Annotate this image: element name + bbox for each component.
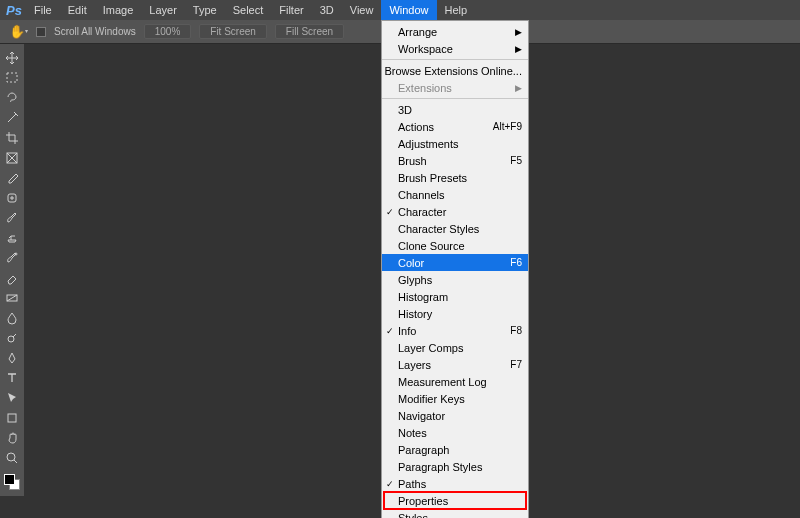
crop-tool[interactable] bbox=[0, 128, 24, 148]
menu-item-label: Character Styles bbox=[398, 223, 522, 235]
scroll-all-windows-label: Scroll All Windows bbox=[54, 26, 136, 37]
window-menu-brush[interactable]: BrushF5 bbox=[382, 152, 528, 169]
gradient-tool[interactable] bbox=[0, 288, 24, 308]
menu-item-shortcut: F6 bbox=[510, 257, 522, 268]
window-menu-layer-comps[interactable]: Layer Comps bbox=[382, 339, 528, 356]
window-menu-paragraph[interactable]: Paragraph bbox=[382, 441, 528, 458]
menu-item-label: 3D bbox=[398, 104, 522, 116]
window-menu-navigator[interactable]: Navigator bbox=[382, 407, 528, 424]
type-tool[interactable] bbox=[0, 368, 24, 388]
menu-item-label: History bbox=[398, 308, 522, 320]
foreground-color-icon[interactable] bbox=[4, 474, 15, 485]
menu-item-label: Extensions bbox=[398, 82, 512, 94]
menu-item-label: Paragraph bbox=[398, 444, 522, 456]
menu-item-label: Adjustments bbox=[398, 138, 522, 150]
menu-file[interactable]: File bbox=[26, 0, 60, 20]
window-menu-arrange[interactable]: Arrange▶ bbox=[382, 23, 528, 40]
menu-filter[interactable]: Filter bbox=[271, 0, 311, 20]
menu-3d[interactable]: 3D bbox=[312, 0, 342, 20]
menu-type[interactable]: Type bbox=[185, 0, 225, 20]
menu-item-label: Measurement Log bbox=[398, 376, 522, 388]
window-menu-browse-extensions-online-[interactable]: Browse Extensions Online... bbox=[382, 62, 528, 79]
brush-tool[interactable] bbox=[0, 208, 24, 228]
window-menu-measurement-log[interactable]: Measurement Log bbox=[382, 373, 528, 390]
menu-separator bbox=[382, 59, 528, 60]
frame-tool[interactable] bbox=[0, 148, 24, 168]
lasso-tool[interactable] bbox=[0, 88, 24, 108]
scroll-all-windows-checkbox[interactable] bbox=[36, 27, 46, 37]
menu-item-label: Paragraph Styles bbox=[398, 461, 522, 473]
window-menu-info[interactable]: ✓InfoF8 bbox=[382, 322, 528, 339]
menu-image[interactable]: Image bbox=[95, 0, 142, 20]
menu-item-shortcut: F7 bbox=[510, 359, 522, 370]
window-menu-channels[interactable]: Channels bbox=[382, 186, 528, 203]
shape-tool[interactable] bbox=[0, 408, 24, 428]
eraser-tool[interactable] bbox=[0, 268, 24, 288]
menubar: Ps FileEditImageLayerTypeSelectFilter3DV… bbox=[0, 0, 800, 20]
menu-item-label: Arrange bbox=[398, 26, 512, 38]
window-menu-history[interactable]: History bbox=[382, 305, 528, 322]
menu-item-label: Layers bbox=[398, 359, 510, 371]
menu-view[interactable]: View bbox=[342, 0, 382, 20]
healing-brush-tool[interactable] bbox=[0, 188, 24, 208]
menu-item-label: Brush Presets bbox=[398, 172, 522, 184]
window-menu-layers[interactable]: LayersF7 bbox=[382, 356, 528, 373]
menu-help[interactable]: Help bbox=[437, 0, 476, 20]
window-menu-modifier-keys[interactable]: Modifier Keys bbox=[382, 390, 528, 407]
blur-tool[interactable] bbox=[0, 308, 24, 328]
menu-item-label: Glyphs bbox=[398, 274, 522, 286]
menu-window[interactable]: Window bbox=[381, 0, 436, 20]
window-menu-clone-source[interactable]: Clone Source bbox=[382, 237, 528, 254]
zoom-tool[interactable] bbox=[0, 448, 24, 468]
window-menu-glyphs[interactable]: Glyphs bbox=[382, 271, 528, 288]
window-menu-adjustments[interactable]: Adjustments bbox=[382, 135, 528, 152]
menu-select[interactable]: Select bbox=[225, 0, 272, 20]
hand-tool[interactable] bbox=[0, 428, 24, 448]
menu-separator bbox=[382, 98, 528, 99]
zoom-level-field[interactable]: 100% bbox=[144, 24, 192, 39]
window-menu-histogram[interactable]: Histogram bbox=[382, 288, 528, 305]
submenu-arrow-icon: ▶ bbox=[512, 83, 522, 93]
window-menu-notes[interactable]: Notes bbox=[382, 424, 528, 441]
menu-layer[interactable]: Layer bbox=[141, 0, 185, 20]
path-selection-tool[interactable] bbox=[0, 388, 24, 408]
window-menu-color[interactable]: ColorF6 bbox=[382, 254, 528, 271]
history-brush-tool[interactable] bbox=[0, 248, 24, 268]
fit-screen-button[interactable]: Fit Screen bbox=[199, 24, 267, 39]
svg-point-7 bbox=[7, 453, 15, 461]
window-menu-actions[interactable]: ActionsAlt+F9 bbox=[382, 118, 528, 135]
clone-stamp-tool[interactable] bbox=[0, 228, 24, 248]
menu-item-label: Character bbox=[398, 206, 522, 218]
tool-column bbox=[0, 44, 24, 496]
fill-screen-button[interactable]: Fill Screen bbox=[275, 24, 344, 39]
hand-tool-icon: ✋▾ bbox=[8, 23, 28, 41]
check-icon: ✓ bbox=[382, 207, 398, 217]
window-menu-workspace[interactable]: Workspace▶ bbox=[382, 40, 528, 57]
menu-item-label: Brush bbox=[398, 155, 510, 167]
window-menu-properties[interactable]: Properties bbox=[382, 492, 528, 509]
menu-item-label: Workspace bbox=[398, 43, 512, 55]
window-menu-paths[interactable]: ✓Paths bbox=[382, 475, 528, 492]
window-menu-character-styles[interactable]: Character Styles bbox=[382, 220, 528, 237]
menu-item-label: Navigator bbox=[398, 410, 522, 422]
menu-item-label: Actions bbox=[398, 121, 493, 133]
window-menu-character[interactable]: ✓Character bbox=[382, 203, 528, 220]
menu-edit[interactable]: Edit bbox=[60, 0, 95, 20]
move-tool[interactable] bbox=[0, 48, 24, 68]
menu-item-label: Layer Comps bbox=[398, 342, 522, 354]
check-icon: ✓ bbox=[382, 479, 398, 489]
menu-item-label: Histogram bbox=[398, 291, 522, 303]
color-swatch[interactable] bbox=[2, 472, 22, 492]
magic-wand-tool[interactable] bbox=[0, 108, 24, 128]
dodge-tool[interactable] bbox=[0, 328, 24, 348]
eyedropper-tool[interactable] bbox=[0, 168, 24, 188]
pen-tool[interactable] bbox=[0, 348, 24, 368]
marquee-tool[interactable] bbox=[0, 68, 24, 88]
window-menu-3d[interactable]: 3D bbox=[382, 101, 528, 118]
window-menu-extensions: Extensions▶ bbox=[382, 79, 528, 96]
menu-item-label: Clone Source bbox=[398, 240, 522, 252]
menu-item-label: Notes bbox=[398, 427, 522, 439]
window-menu-paragraph-styles[interactable]: Paragraph Styles bbox=[382, 458, 528, 475]
window-menu-styles[interactable]: Styles bbox=[382, 509, 528, 518]
window-menu-brush-presets[interactable]: Brush Presets bbox=[382, 169, 528, 186]
